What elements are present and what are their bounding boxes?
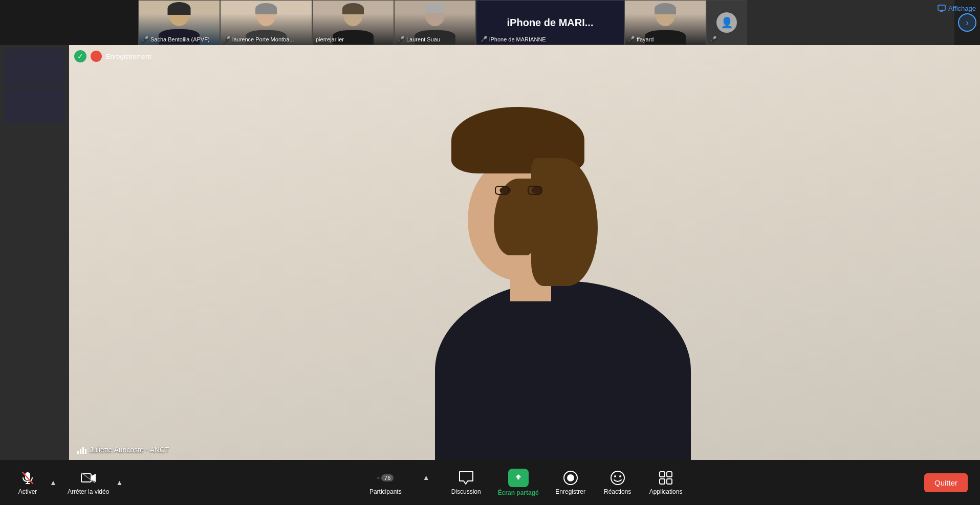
screen-share-button[interactable]: Écran partagé [498, 469, 539, 496]
participant-label-iphone: 🎤 iPhone de MARIANNE [481, 36, 546, 42]
side-thumb-1[interactable] [4, 49, 65, 85]
toolbar-right-controls: Quitter [924, 473, 968, 492]
participant-name-sacha: Sacha Bentolila (APVF) [150, 36, 210, 42]
participants-chevron-button[interactable]: ▲ [418, 469, 434, 496]
participants-chevron-icon: ▲ [418, 469, 434, 486]
participants-label: Participants [369, 488, 402, 495]
mic-off-icon-iphone: 🎤 [481, 36, 488, 42]
participant-label-extra: 🎤 [710, 36, 717, 42]
applications-label: Applications [649, 488, 683, 495]
participant-thumb-iphone[interactable]: iPhone de MARI... 🎤 iPhone de MARIANNE [476, 0, 624, 45]
svg-rect-26 [667, 479, 672, 484]
applications-icon [658, 470, 674, 486]
toolbar-left-controls: Activer ▲ Arrêter la vidéo ▲ [12, 470, 127, 495]
svg-rect-24 [667, 472, 672, 477]
apps-grid-icon [658, 470, 673, 486]
video-icon [80, 470, 97, 486]
check-icon: ✓ [77, 52, 83, 60]
mic-chevron-button[interactable]: ▲ [45, 474, 61, 491]
participants-count-badge: 76 [381, 474, 394, 481]
emoji-icon [610, 470, 625, 486]
svg-rect-3 [77, 451, 79, 454]
participants-icon: 76 [377, 470, 394, 486]
applications-button[interactable]: Applications [649, 470, 683, 495]
main-video: ✓ Enregistrement Juliette Auricoste - AN… [69, 45, 980, 460]
discussion-button[interactable]: Discussion [451, 470, 482, 495]
svg-point-20 [611, 471, 624, 485]
mic-off-icon-laurent: 🎤 [398, 36, 405, 42]
participants-button[interactable]: 76 Participants [369, 470, 402, 495]
participant-thumb-pierre[interactable]: pierrejarlier [312, 0, 394, 45]
chat-bubble-icon [459, 471, 474, 485]
record-circle-icon [563, 470, 578, 486]
svg-rect-11 [81, 474, 91, 482]
svg-rect-23 [660, 472, 665, 477]
screen-share-arrow-icon [510, 471, 527, 485]
recording-badge: ✓ Enregistrement [74, 50, 151, 62]
svg-rect-4 [80, 449, 81, 454]
mic-off-icon-fayard: 🎤 [628, 36, 635, 42]
screen-share-label: Écran partagé [498, 489, 539, 496]
mic-off-icon-sacha: 🎤 [142, 36, 149, 42]
record-icon [562, 470, 579, 486]
svg-rect-0 [938, 5, 945, 10]
next-arrow-circle: › [958, 13, 976, 32]
svg-rect-6 [85, 449, 86, 454]
svg-point-22 [619, 475, 621, 477]
participant-thumb-laurent[interactable]: 🎤 Laurent Suau [394, 0, 476, 45]
side-thumb-2[interactable] [4, 87, 65, 123]
affichage-button[interactable]: Affichage [938, 4, 976, 12]
affichage-label: Affichage [948, 5, 976, 12]
mic-icon [19, 470, 36, 486]
speaker-name: Juliette Auricoste - ANCT [90, 446, 169, 454]
iphone-tile-text: iPhone de MARI... [507, 17, 594, 29]
camera-icon [81, 472, 96, 484]
mic-off-icon-laurence: 🎤 [224, 36, 231, 42]
chevron-right-icon: › [966, 17, 969, 28]
participant-name-laurent: Laurent Suau [406, 36, 440, 42]
speaker-label: Juliette Auricoste - ANCT [77, 446, 169, 454]
record-label: Enregistrer [555, 488, 585, 495]
screen-share-icon [508, 469, 529, 487]
recording-label: Enregistrement [106, 53, 151, 60]
svg-point-19 [567, 474, 574, 481]
mic-button[interactable]: Activer [12, 470, 43, 495]
video-label: Arrêter la vidéo [68, 488, 109, 495]
mic-chevron-icon: ▲ [45, 474, 61, 491]
participant-name-pierre: pierrejarlier [316, 36, 344, 42]
record-button[interactable]: Enregistrer [555, 470, 586, 495]
left-sidebar [0, 45, 69, 460]
main-video-background: ✓ Enregistrement Juliette Auricoste - AN… [69, 45, 980, 460]
audio-level-icon [77, 447, 86, 454]
participant-name-fayard: ffayard [637, 36, 654, 42]
svg-point-14 [378, 477, 378, 478]
participant-thumb-laurence[interactable]: 🎤 laurence Porte Montba... [220, 0, 312, 45]
svg-rect-5 [82, 447, 84, 454]
participant-name-iphone: iPhone de MARIANNE [489, 36, 546, 42]
svg-point-15 [379, 477, 379, 478]
mic-label: Activer [18, 488, 37, 495]
reactions-button[interactable]: Réactions [602, 470, 633, 495]
quit-button[interactable]: Quitter [924, 473, 968, 492]
mic-off-icon-extra: 🎤 [710, 36, 717, 42]
people-icon [377, 471, 380, 485]
participant-label-laurence: 🎤 laurence Porte Montba... [224, 36, 294, 42]
video-chevron-button[interactable]: ▲ [111, 474, 127, 491]
svg-rect-25 [660, 479, 665, 484]
participant-thumb-fayard[interactable]: 🎤 ffayard [624, 0, 706, 45]
bottom-toolbar: Activer ▲ Arrêter la vidéo ▲ [0, 460, 980, 505]
participant-label-pierre: pierrejarlier [316, 36, 344, 42]
microphone-off-icon [20, 471, 35, 485]
participant-label-fayard: 🎤 ffayard [628, 36, 654, 42]
reactions-icon [609, 470, 626, 486]
audio-bars-icon [77, 446, 86, 454]
participant-thumb-extra[interactable]: 👤 🎤 [706, 0, 747, 45]
toolbar-center-controls: 76 Participants ▲ Discussion É [127, 469, 924, 496]
discussion-label: Discussion [451, 488, 481, 495]
video-button[interactable]: Arrêter la vidéo [68, 470, 109, 495]
participant-label-sacha: 🎤 Sacha Bentolila (APVF) [142, 36, 210, 42]
participant-thumb-sacha[interactable]: 🎤 Sacha Bentolila (APVF) [138, 0, 220, 45]
monitor-icon [938, 4, 946, 12]
chat-icon [458, 470, 474, 486]
participant-label-laurent: 🎤 Laurent Suau [398, 36, 440, 42]
